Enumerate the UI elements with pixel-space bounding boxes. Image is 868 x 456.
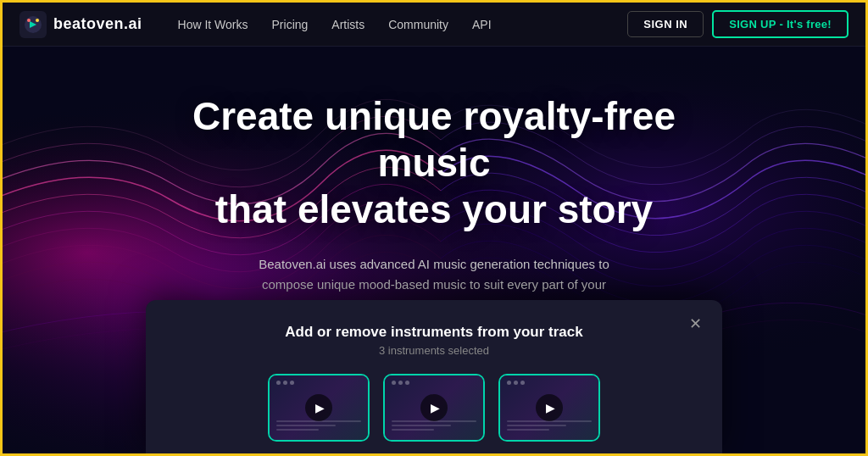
nav-actions: SIGN IN SIGN UP - It's free!	[627, 10, 849, 38]
card-lines-1	[276, 420, 361, 433]
instrument-card-2-inner: ▶	[385, 375, 483, 440]
play-button-3[interactable]: ▶	[536, 394, 563, 421]
hero-title: Create unique royalty-free music that el…	[137, 93, 731, 234]
dot	[290, 381, 294, 385]
instrument-card-3[interactable]: ▶	[498, 374, 600, 442]
dot	[398, 381, 403, 385]
modal-title: Add or remove instruments from your trac…	[180, 324, 688, 341]
dot	[392, 381, 396, 385]
logo[interactable]: beatoven.ai	[19, 11, 142, 38]
modal-subtitle: 3 instruments selected	[180, 344, 688, 357]
card-line	[276, 429, 319, 431]
card-line	[392, 429, 434, 431]
card-line	[507, 425, 566, 426]
dot	[283, 381, 287, 385]
svg-point-1	[27, 19, 31, 22]
instrument-modal: ✕ Add or remove instruments from your tr…	[146, 300, 722, 456]
play-button-1[interactable]: ▶	[305, 394, 332, 421]
instrument-card-1[interactable]: ▶	[268, 374, 370, 442]
dot	[507, 381, 511, 385]
instrument-card-1-inner: ▶	[270, 375, 368, 440]
dot	[405, 381, 409, 385]
navbar: beatoven.ai How It Works Pricing Artists…	[3, 3, 865, 47]
play-icon-3: ▶	[546, 401, 555, 414]
play-icon-1: ▶	[315, 401, 325, 414]
play-icon-2: ▶	[431, 401, 440, 414]
card-line	[276, 425, 336, 426]
nav-artists[interactable]: Artists	[321, 13, 375, 36]
card-lines-3	[507, 420, 592, 433]
brand-name: beatoven.ai	[53, 15, 142, 33]
dot	[514, 381, 518, 385]
instrument-card-2[interactable]: ▶	[383, 374, 485, 442]
card-lines-2	[392, 420, 476, 433]
nav-pricing[interactable]: Pricing	[262, 13, 319, 36]
instrument-cards-container: ▶ ▶	[180, 374, 688, 442]
play-button-2[interactable]: ▶	[420, 394, 448, 421]
svg-point-2	[36, 19, 39, 22]
logo-icon	[19, 11, 47, 38]
nav-how-it-works[interactable]: How It Works	[168, 13, 259, 36]
nav-community[interactable]: Community	[378, 13, 459, 36]
card-dots-3	[507, 381, 525, 385]
instrument-card-3-inner: ▶	[500, 375, 598, 440]
dot	[520, 381, 525, 385]
card-dots-1	[276, 381, 294, 385]
card-dots-2	[392, 381, 409, 385]
nav-api[interactable]: API	[462, 13, 502, 36]
hero-section: Create unique royalty-free music that el…	[3, 47, 865, 456]
modal-close-button[interactable]: ✕	[685, 314, 705, 334]
card-line	[392, 425, 451, 426]
dot	[276, 381, 281, 385]
signin-button[interactable]: SIGN IN	[627, 11, 704, 37]
nav-links: How It Works Pricing Artists Community A…	[168, 13, 628, 36]
signup-button[interactable]: SIGN UP - It's free!	[712, 10, 849, 38]
card-line	[507, 429, 549, 431]
